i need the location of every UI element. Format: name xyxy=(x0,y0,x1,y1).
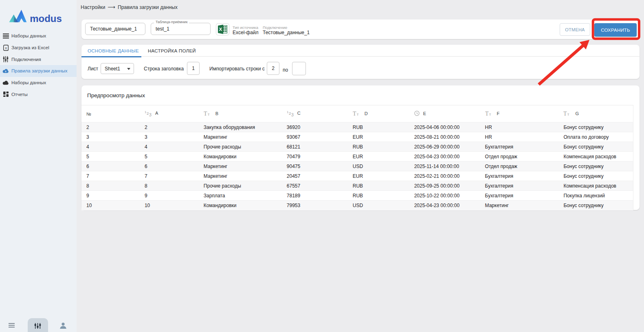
svg-text:x: x xyxy=(5,46,7,50)
svg-text:T: T xyxy=(563,111,567,116)
svg-text:3: 3 xyxy=(291,112,294,117)
svg-text:3: 3 xyxy=(149,112,152,117)
svg-text:modus: modus xyxy=(30,13,62,24)
svg-text:2: 2 xyxy=(147,111,149,116)
svg-text:т: т xyxy=(357,112,359,116)
svg-text:т: т xyxy=(208,112,210,116)
svg-text:т: т xyxy=(567,112,569,116)
svg-text:T: T xyxy=(485,111,489,116)
svg-text:X: X xyxy=(219,27,222,32)
svg-text:2: 2 xyxy=(289,111,291,116)
svg-text:T: T xyxy=(204,111,207,116)
svg-text:T: T xyxy=(353,111,356,116)
svg-text:т: т xyxy=(489,112,491,116)
